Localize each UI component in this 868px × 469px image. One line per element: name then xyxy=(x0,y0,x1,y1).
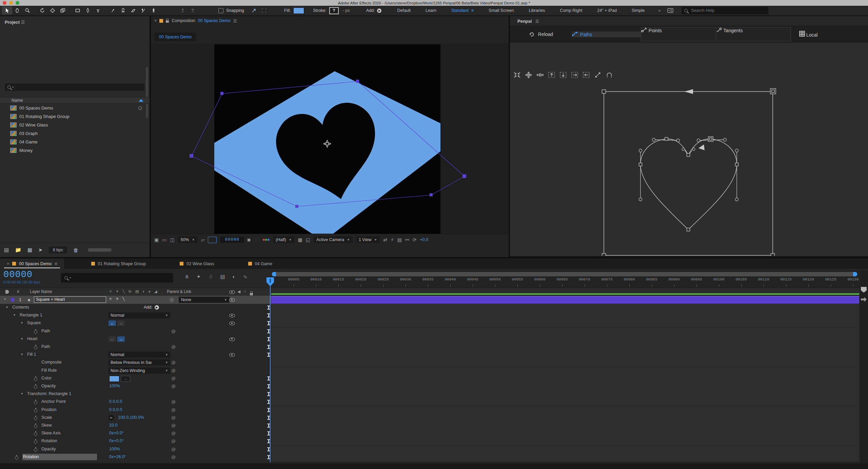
project-item[interactable]: Money xyxy=(0,146,150,155)
constrain-proportions-icon[interactable]: ∞ xyxy=(108,415,114,420)
path-in-button[interactable]: ← xyxy=(108,320,116,326)
delete-icon[interactable]: 🗑 xyxy=(73,247,78,253)
property-row[interactable]: ▾Square←→ xyxy=(0,319,271,327)
property-label[interactable]: Skew xyxy=(41,423,52,428)
property-row[interactable]: Opacity100%@ xyxy=(0,446,271,453)
close-icon[interactable]: × xyxy=(7,261,9,266)
brush-tool[interactable] xyxy=(108,6,118,15)
stopwatch-icon[interactable] xyxy=(34,376,37,380)
visibility-toggle[interactable] xyxy=(229,337,235,342)
panel-menu-icon[interactable]: ☰ xyxy=(233,18,237,23)
add-property-control[interactable]: Add:▶ xyxy=(144,305,159,310)
twirl-icon[interactable]: ▾ xyxy=(21,352,23,356)
video-column-icon[interactable] xyxy=(229,290,235,295)
solo-column-icon[interactable]: ○ xyxy=(244,289,246,293)
track-row[interactable] xyxy=(271,375,859,383)
zoom-level-dropdown[interactable]: 50%▼ xyxy=(178,236,198,243)
quality-column-icon[interactable]: ╲ xyxy=(122,289,125,294)
pan-behind-tool[interactable] xyxy=(58,6,68,15)
draft-3d-icon[interactable]: ✦ xyxy=(197,274,201,280)
property-row[interactable]: Path@ xyxy=(0,343,271,351)
exposure-value[interactable]: +0.0 xyxy=(420,237,428,242)
zoom-tool[interactable] xyxy=(22,6,33,15)
snap-grid-icon[interactable] xyxy=(259,6,269,15)
help-search-field[interactable] xyxy=(682,7,768,14)
property-label[interactable]: Position xyxy=(41,407,56,412)
fill-color-swatch[interactable] xyxy=(293,7,304,14)
stopwatch-icon[interactable] xyxy=(34,416,37,420)
pickwhip-icon[interactable]: @ xyxy=(171,431,176,436)
comp-button-icon[interactable] xyxy=(861,297,867,302)
property-row[interactable]: Fill RuleNon-Zero Winding▼@ xyxy=(0,367,271,375)
track-row[interactable] xyxy=(271,335,859,344)
pickwhip-icon[interactable]: @ xyxy=(171,407,176,412)
workspace-item[interactable]: Libraries xyxy=(529,8,545,13)
clone-stamp-tool[interactable] xyxy=(118,6,128,15)
stopwatch-icon[interactable] xyxy=(15,455,18,459)
property-row[interactable]: Opacity100%@ xyxy=(0,383,271,390)
track-row[interactable] xyxy=(271,319,859,328)
viewer-frame-readout[interactable]: 00000 xyxy=(220,237,244,243)
current-time-display[interactable]: 00000 xyxy=(3,270,33,280)
parent-dropdown[interactable]: None▼ xyxy=(179,297,230,303)
new-composition-icon[interactable]: ▦ xyxy=(27,247,32,253)
pickwhip-icon[interactable]: @ xyxy=(171,360,176,365)
property-label[interactable]: Rotation xyxy=(22,454,97,460)
property-label[interactable]: Heart xyxy=(27,336,38,341)
move-horizontal-icon[interactable] xyxy=(536,71,545,79)
color-swatch[interactable] xyxy=(109,376,119,382)
layer-name-column-header[interactable]: Layer Name xyxy=(30,289,52,294)
property-label[interactable]: Contents xyxy=(12,305,29,310)
timeline-tab[interactable]: 02 Wine Glass xyxy=(173,258,221,269)
stroke-color-swatch[interactable]: ? xyxy=(329,7,339,14)
layer-duration-bar[interactable] xyxy=(271,296,859,304)
property-value[interactable]: 0x+26.0° xyxy=(109,454,126,459)
frame-blend-column-icon[interactable]: ▤ xyxy=(135,289,139,294)
property-value[interactable]: 0.0,0.0 xyxy=(109,407,122,412)
expand-bottom-icon[interactable] xyxy=(559,71,568,79)
audio-column-icon[interactable]: ◀ xyxy=(237,289,240,294)
pickwhip-icon[interactable]: @ xyxy=(171,423,176,428)
path-out-button[interactable]: → xyxy=(117,320,125,326)
bit-depth-button[interactable]: 8 bpc xyxy=(49,247,67,253)
type-tool[interactable]: T xyxy=(93,6,103,15)
project-item[interactable]: 00 Spaces Demo⬡ xyxy=(0,104,150,112)
workspace-item[interactable]: Small Screen xyxy=(489,8,514,13)
index-column-header[interactable]: # xyxy=(17,289,19,294)
stopwatch-icon[interactable] xyxy=(34,424,37,428)
motion-blur-column-icon[interactable]: ◑ xyxy=(142,289,144,293)
property-row[interactable]: Rotation0x+0.0°@ xyxy=(0,437,271,445)
stopwatch-icon[interactable] xyxy=(34,329,37,333)
property-label[interactable]: Anchor Point xyxy=(41,399,66,404)
mini-flowchart-icon[interactable]: ⋔ xyxy=(185,274,189,280)
frame-blending-icon[interactable]: ▤ xyxy=(220,274,225,280)
twirl-icon[interactable]: ▾ xyxy=(21,337,23,340)
property-row[interactable]: Rotation0x+26.0°@ xyxy=(0,453,271,461)
twirl-icon[interactable]: ▾ xyxy=(14,313,15,317)
shy-column-icon[interactable]: ⚛ xyxy=(109,289,112,294)
workspace-menu-icon[interactable]: ≡ xyxy=(471,8,474,13)
graph-editor-icon[interactable]: ∿ xyxy=(243,274,248,280)
parent-link-column-header[interactable]: Parent & Link xyxy=(167,289,191,294)
stopwatch-icon[interactable] xyxy=(34,447,37,451)
track-row[interactable] xyxy=(271,383,859,391)
property-label[interactable]: Opacity xyxy=(41,384,56,388)
tab-tangents[interactable]: Tangents xyxy=(716,27,791,41)
comp-marker-well-icon[interactable] xyxy=(861,287,867,293)
show-channel-icon[interactable] xyxy=(263,239,270,241)
workspace-panel-icon[interactable] xyxy=(665,6,675,15)
project-item[interactable]: 03 Graph xyxy=(0,129,150,138)
track-row[interactable] xyxy=(271,343,859,351)
search-options-caret[interactable]: ▾ xyxy=(12,85,14,89)
timeline-search-field[interactable]: ▾ xyxy=(61,273,173,282)
color-picker-icon[interactable]: → xyxy=(121,376,130,382)
track-row[interactable] xyxy=(271,430,859,438)
rotation-tool[interactable] xyxy=(37,6,47,15)
project-settings-icon[interactable]: ➤ xyxy=(38,247,43,253)
collapse-column-icon[interactable]: ☀ xyxy=(116,289,119,294)
reload-button[interactable]: Reload xyxy=(510,26,572,43)
property-label[interactable]: Square xyxy=(27,320,41,325)
track-row[interactable] xyxy=(271,304,859,312)
project-hscrollbar[interactable] xyxy=(88,248,112,252)
expand-top-icon[interactable] xyxy=(547,71,556,79)
